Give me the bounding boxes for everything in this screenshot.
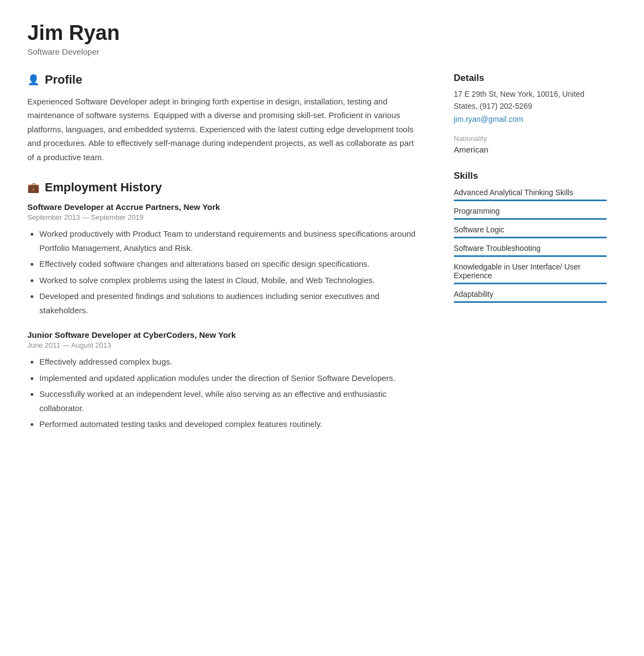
job-bullets: Effectively addressed complex bugs.Imple… (27, 355, 421, 431)
skills-heading: Skills (454, 171, 607, 181)
skill-item: Software Troubleshooting (454, 244, 607, 257)
list-item: Effectively coded software changes and a… (39, 257, 421, 271)
list-item: Performed automated testing tasks and de… (39, 417, 421, 431)
list-item: Effectively addressed complex bugs. (39, 355, 421, 369)
employment-label: Employment History (45, 180, 162, 195)
profile-section: 👤 Profile Experienced Software Developer… (27, 73, 421, 165)
nationality-value: American (454, 145, 607, 154)
header-name: Jim Ryan (27, 22, 617, 45)
skill-bar (454, 200, 607, 201)
profile-text: Experienced Software Developer adept in … (27, 95, 421, 165)
skill-item: Programming (454, 207, 607, 220)
left-column: 👤 Profile Experienced Software Developer… (27, 73, 421, 448)
skill-bar (454, 255, 607, 257)
nationality-label: Nationality (454, 134, 607, 143)
profile-heading: 👤 Profile (27, 73, 421, 87)
details-section: Details 17 E 29th St, New York, 10016, U… (454, 73, 607, 154)
skill-name: Advanced Analytical Thinking Skills (454, 188, 607, 197)
job-entry: Junior Software Developer at CyberCoders… (27, 330, 421, 431)
skill-item: Advanced Analytical Thinking Skills (454, 188, 607, 201)
jobs-container: Software Developer at Accrue Partners, N… (27, 202, 421, 431)
right-column: Details 17 E 29th St, New York, 10016, U… (454, 73, 607, 448)
skill-item: Knowledgable in User Interface/ User Exp… (454, 262, 607, 284)
job-title: Junior Software Developer at CyberCoders… (27, 330, 421, 339)
job-title: Software Developer at Accrue Partners, N… (27, 202, 421, 212)
skill-name: Adaptability (454, 290, 607, 298)
skill-name: Programming (454, 207, 607, 215)
details-address: 17 E 29th St, New York, 10016, United St… (454, 88, 607, 113)
employment-heading: 💼 Employment History (27, 180, 421, 195)
skill-item: Software Logic (454, 225, 607, 238)
skill-name: Software Logic (454, 225, 607, 234)
employment-icon: 💼 (27, 181, 39, 194)
list-item: Worked to solve complex problems using t… (39, 273, 421, 288)
skills-container: Advanced Analytical Thinking SkillsProgr… (454, 188, 607, 303)
skill-name: Knowledgable in User Interface/ User Exp… (454, 262, 607, 280)
list-item: Successfully worked at an independent le… (39, 387, 421, 415)
list-item: Worked productively with Product Team to… (39, 227, 421, 255)
profile-label: Profile (45, 73, 82, 87)
skill-bar (454, 283, 607, 284)
skills-section: Skills Advanced Analytical Thinking Skil… (454, 171, 607, 303)
profile-icon: 👤 (27, 74, 39, 86)
list-item: Implemented and updated application modu… (39, 371, 421, 385)
skill-bar (454, 237, 607, 238)
employment-section: 💼 Employment History Software Developer … (27, 180, 421, 431)
list-item: Developed and presented findings and sol… (39, 289, 421, 317)
header-section: Jim Ryan Software Developer (27, 22, 617, 56)
job-bullets: Worked productively with Product Team to… (27, 227, 421, 317)
details-email: jim.ryan@gmail.com (454, 115, 607, 124)
job-entry: Software Developer at Accrue Partners, N… (27, 202, 421, 317)
header-job-title: Software Developer (27, 47, 617, 56)
skill-item: Adaptability (454, 290, 607, 303)
skill-bar (454, 301, 607, 303)
details-heading: Details (454, 73, 607, 84)
job-dates: June 2011 — August 2013 (27, 341, 421, 349)
skill-name: Software Troubleshooting (454, 244, 607, 253)
job-dates: September 2013 — September 2019 (27, 213, 421, 221)
skill-bar (454, 218, 607, 220)
